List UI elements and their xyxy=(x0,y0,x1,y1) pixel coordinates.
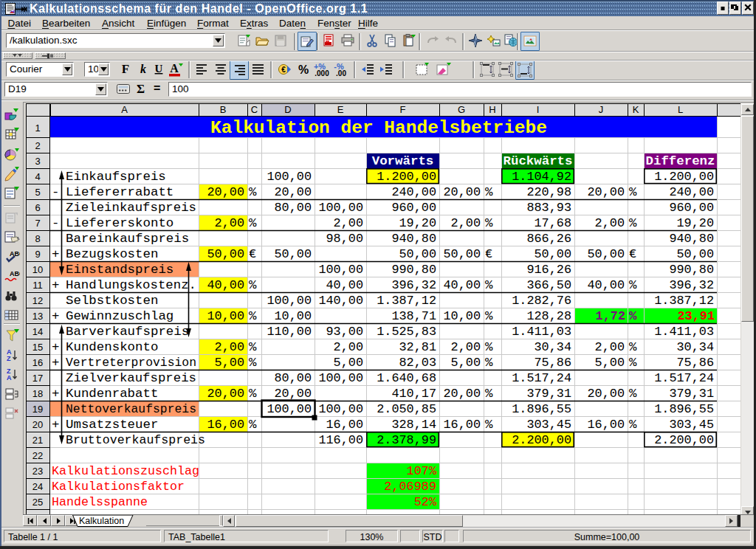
svg-text:Vertreterprovision: Vertreterprovision xyxy=(66,356,196,370)
svg-text:E: E xyxy=(337,104,344,115)
svg-text:%: % xyxy=(249,309,257,323)
svg-text:Gewinnzuschlag: Gewinnzuschlag xyxy=(66,309,173,323)
svg-text:€: € xyxy=(629,247,636,261)
svg-text:.00: .00 xyxy=(336,69,346,77)
svg-text:+: + xyxy=(52,309,59,323)
svg-text:40,00: 40,00 xyxy=(588,278,625,292)
svg-text:2,00: 2,00 xyxy=(595,216,625,230)
svg-text:40,00: 40,00 xyxy=(444,278,481,292)
svg-text:19,20: 19,20 xyxy=(399,216,437,230)
svg-text:Zieleinkaufspreis: Zieleinkaufspreis xyxy=(66,201,196,215)
svg-text:Einstandspreis: Einstandspreis xyxy=(66,263,173,277)
svg-text:C: C xyxy=(251,104,258,115)
svg-text:50,00: 50,00 xyxy=(399,247,437,261)
svg-text:%: % xyxy=(485,340,493,354)
svg-text:940,80: 940,80 xyxy=(391,232,436,246)
svg-text:Kundenrabatt: Kundenrabatt xyxy=(66,387,158,401)
svg-text:11: 11 xyxy=(32,280,43,291)
svg-text:Umsatzsteuer: Umsatzsteuer xyxy=(66,418,158,432)
svg-text:%: % xyxy=(485,418,493,432)
svg-text:-: - xyxy=(52,216,59,230)
svg-text:20,00: 20,00 xyxy=(588,387,625,401)
svg-text:990,80: 990,80 xyxy=(669,263,714,277)
svg-text:866,26: 866,26 xyxy=(526,232,571,246)
svg-text:1.104,92: 1.104,92 xyxy=(512,170,571,184)
svg-text:17: 17 xyxy=(32,373,43,384)
svg-text:32,81: 32,81 xyxy=(399,340,437,354)
svg-text:20,00: 20,00 xyxy=(275,185,312,199)
svg-text:138,71: 138,71 xyxy=(391,309,436,323)
svg-text:2,00: 2,00 xyxy=(215,340,244,354)
svg-text:240,00: 240,00 xyxy=(391,185,436,199)
svg-text:50,00: 50,00 xyxy=(275,247,312,261)
svg-text:2,06989: 2,06989 xyxy=(384,480,436,494)
svg-text:Kalkulationszuschlag: Kalkulationszuschlag xyxy=(52,464,199,478)
svg-text:30,34: 30,34 xyxy=(535,340,572,354)
svg-text:8: 8 xyxy=(35,233,40,244)
svg-text:328,14: 328,14 xyxy=(391,418,436,432)
svg-text:1.525,83: 1.525,83 xyxy=(377,325,436,339)
svg-text:Nettoverkaufspreis: Nettoverkaufspreis xyxy=(66,402,196,416)
svg-text:k: k xyxy=(140,63,146,75)
svg-text:+: + xyxy=(52,356,59,370)
svg-text:940,80: 940,80 xyxy=(669,232,714,246)
svg-text:%: % xyxy=(629,278,637,292)
svg-text:13: 13 xyxy=(32,311,43,322)
svg-text:L: L xyxy=(678,104,683,115)
svg-text:110,00: 110,00 xyxy=(267,325,312,339)
svg-text:19: 19 xyxy=(32,404,43,415)
svg-text:20,00: 20,00 xyxy=(444,387,481,401)
svg-text:€: € xyxy=(281,66,286,74)
svg-text:100,00: 100,00 xyxy=(267,402,312,416)
svg-text:-: - xyxy=(52,185,59,199)
svg-text:F: F xyxy=(400,104,406,115)
svg-text:%: % xyxy=(629,418,637,432)
svg-text:%: % xyxy=(629,356,637,370)
svg-text:98,00: 98,00 xyxy=(326,232,364,246)
svg-text:82,03: 82,03 xyxy=(399,356,437,370)
svg-text:4: 4 xyxy=(35,171,40,182)
svg-text:16: 16 xyxy=(32,357,43,368)
svg-text:21: 21 xyxy=(32,435,43,446)
svg-text:1.517,24: 1.517,24 xyxy=(512,371,571,385)
svg-text:1.387,12: 1.387,12 xyxy=(377,294,436,308)
svg-text:40,00: 40,00 xyxy=(326,278,364,292)
svg-text:100,00: 100,00 xyxy=(318,263,363,277)
svg-text:Handelsspanne: Handelsspanne xyxy=(52,495,148,509)
svg-text:2,00: 2,00 xyxy=(451,216,481,230)
svg-text:%: % xyxy=(249,387,257,401)
svg-text:75,86: 75,86 xyxy=(677,356,715,370)
svg-text:10,00: 10,00 xyxy=(444,309,481,323)
svg-text:240,00: 240,00 xyxy=(669,185,714,199)
svg-text:%: % xyxy=(485,216,493,230)
svg-text:960,00: 960,00 xyxy=(391,201,436,215)
svg-text:%: % xyxy=(485,185,493,199)
svg-text:30,34: 30,34 xyxy=(677,340,715,354)
svg-text:A: A xyxy=(121,104,128,115)
svg-text:16,00: 16,00 xyxy=(588,418,625,432)
svg-text:50,00: 50,00 xyxy=(444,247,481,261)
svg-text:2.200,00: 2.200,00 xyxy=(512,433,571,447)
svg-text:1.896,55: 1.896,55 xyxy=(512,402,571,416)
svg-text:7: 7 xyxy=(35,218,40,229)
svg-text:B: B xyxy=(220,104,227,115)
svg-text:22: 22 xyxy=(32,450,43,461)
svg-text:303,45: 303,45 xyxy=(526,418,571,432)
svg-text:H: H xyxy=(489,104,495,115)
svg-text:ABC: ABC xyxy=(10,270,20,277)
svg-text:Bezugskosten: Bezugskosten xyxy=(66,247,158,261)
svg-text:%: % xyxy=(485,278,493,292)
svg-text:%: % xyxy=(485,309,493,323)
svg-text:396,32: 396,32 xyxy=(669,278,714,292)
svg-text:17,68: 17,68 xyxy=(535,216,572,230)
svg-text:100,00: 100,00 xyxy=(267,170,312,184)
svg-text:100,00: 100,00 xyxy=(318,201,363,215)
svg-text:50,00: 50,00 xyxy=(207,247,245,261)
svg-text:50,00: 50,00 xyxy=(535,247,572,261)
svg-text:G: G xyxy=(458,104,465,115)
svg-text:1.411,03: 1.411,03 xyxy=(512,325,571,339)
svg-text:+: + xyxy=(52,418,59,432)
svg-text:15: 15 xyxy=(32,342,43,353)
svg-text:Selbstkosten: Selbstkosten xyxy=(66,294,158,308)
svg-text:100,00: 100,00 xyxy=(318,402,363,416)
